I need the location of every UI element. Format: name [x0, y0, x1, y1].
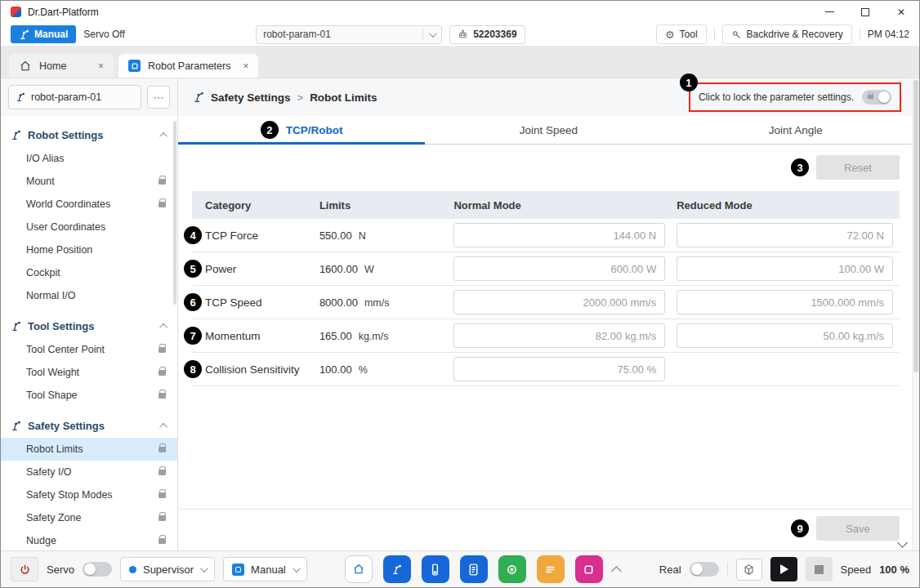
divider [727, 563, 728, 576]
tab-joint-angle[interactable]: Joint Angle [672, 116, 919, 144]
document-app-icon[interactable] [460, 555, 488, 583]
sidebar-scrollbar[interactable] [173, 121, 176, 305]
sidebar-item-nudge[interactable]: Nudge [1, 529, 177, 550]
manual-mode-icon [232, 564, 244, 576]
limit-value: 8000.00 [319, 296, 358, 309]
limit-unit: kg.m/s [359, 331, 389, 342]
close-tab-icon[interactable]: × [238, 60, 248, 72]
sidebar-item-i-o-alias[interactable]: I/O Alias [1, 147, 177, 170]
scrollbar-thumb[interactable] [913, 80, 918, 372]
robot-param-select[interactable]: robot-param-01 [256, 25, 442, 44]
save-button[interactable]: Save [816, 516, 900, 541]
content-area: Safety Settings > Robot Limits 1 Click t… [178, 78, 919, 550]
sidebar-header: robot-param-01 ⋯ [1, 78, 177, 116]
sidebar-item-label: Tool Center Point [26, 344, 105, 355]
category-cell: 4TCP Force [192, 229, 319, 242]
sidebar-item-safety-i-o[interactable]: Safety I/O [1, 461, 177, 483]
footer-bar: Servo Supervisor Manual Real Speed 100 % [1, 550, 919, 587]
manual-mode-button[interactable]: Manual [11, 25, 76, 43]
annotation-badge-7: 7 [184, 327, 202, 345]
sidebar-param-name: robot-param-01 [31, 91, 101, 103]
tab-joint-speed[interactable]: Joint Speed [425, 116, 672, 144]
sidebar-item-normal-i-o[interactable]: Normal I/O [1, 284, 177, 307]
sidebar-item-user-coordinates[interactable]: User Coordinates [1, 216, 177, 238]
normal-mode-input[interactable]: 75.00 % [453, 357, 665, 381]
reduced-mode-input[interactable]: 100.00 W [677, 256, 893, 281]
breadcrumb-parent[interactable]: Safety Settings [211, 91, 291, 104]
green-circle-app-icon[interactable] [498, 555, 526, 583]
sidebar-item-label: World Coordinates [26, 198, 110, 210]
sidebar-item-label: Tool Weight [26, 367, 79, 378]
tab-tcp-robot[interactable]: 2TCP/Robot [178, 116, 425, 144]
more-options-button[interactable]: ⋯ [147, 86, 170, 109]
tab-robot-parameters[interactable]: Robot Parameters× [118, 54, 258, 78]
speed-value[interactable]: 100 % [879, 564, 909, 576]
save-row: 9 Save [178, 509, 919, 550]
tab-home[interactable]: Home× [9, 54, 114, 78]
teach-pendant-app-icon[interactable] [422, 555, 449, 583]
minimize-button[interactable] [811, 1, 847, 23]
lock-icon [159, 393, 166, 399]
robot-serial-box[interactable]: 52203369 [449, 25, 525, 44]
3d-view-button[interactable] [736, 559, 762, 581]
stop-button[interactable] [806, 557, 833, 581]
normal-mode-input[interactable]: 2000.000 mm/s [453, 290, 665, 314]
collapse-dock-icon[interactable] [611, 566, 622, 577]
tool-button[interactable]: ⚙ Tool [656, 24, 707, 44]
reduced-mode-cell: 1500.000 mm/s [677, 290, 900, 314]
operation-mode-select[interactable]: Manual [223, 557, 307, 581]
orange-lines-app-icon[interactable] [537, 555, 565, 583]
servo-toggle[interactable] [83, 562, 112, 577]
robot-arm-app-icon[interactable] [383, 555, 411, 583]
magenta-shape-app-icon[interactable] [575, 555, 603, 583]
normal-mode-input[interactable]: 82.00 kg.m/s [453, 323, 665, 348]
sidebar-item-safety-zone[interactable]: Safety Zone [1, 506, 177, 529]
reset-button[interactable]: Reset [816, 155, 900, 180]
sidebar-item-robot-limits[interactable]: Robot Limits [1, 438, 177, 461]
annotation-badge-9: 9 [791, 519, 809, 537]
reduced-mode-input[interactable]: 50.00 kg.m/s [677, 323, 893, 348]
parameter-lock-control: 1 Click to lock the parameter settings. [689, 82, 901, 112]
home-hub-app-icon[interactable] [345, 555, 373, 583]
normal-mode-input[interactable]: 600.00 W [453, 256, 665, 281]
robot-arm-icon [11, 321, 21, 332]
backdrive-recovery-button[interactable]: Backdrive & Recovery [722, 24, 852, 44]
sidebar-item-tool-center-point[interactable]: Tool Center Point [1, 338, 177, 361]
robot-param-select-value: robot-param-01 [263, 29, 331, 40]
sidebar-section-tool-settings[interactable]: Tool Settings [1, 314, 177, 338]
sidebar-item-safety-stop-modes[interactable]: Safety Stop Modes [1, 483, 177, 506]
sidebar-param-box[interactable]: robot-param-01 [8, 85, 141, 109]
sidebar-item-cockpit[interactable]: Cockpit [1, 261, 177, 284]
normal-mode-input[interactable]: 144.00 N [453, 223, 665, 247]
chevron-down-icon [293, 564, 301, 572]
sidebar-item-mount[interactable]: Mount [1, 170, 177, 193]
parameter-lock-toggle[interactable] [862, 90, 891, 105]
chevron-up-icon [159, 323, 167, 331]
servo-power-button[interactable] [11, 557, 38, 581]
reduced-mode-input[interactable]: 1500.000 mm/s [677, 290, 893, 314]
sidebar-section-safety-settings[interactable]: Safety Settings [1, 413, 177, 438]
sidebar-item-world-coordinates[interactable]: World Coordinates [1, 193, 177, 216]
real-toggle[interactable] [690, 562, 719, 577]
limit-unit: W [364, 264, 374, 275]
sidebar-section-robot-settings[interactable]: Robot Settings [1, 122, 177, 147]
reduced-mode-cell: 100.00 W [677, 256, 900, 281]
content-scrollbar[interactable] [912, 78, 919, 550]
sidebar-item-home-position[interactable]: Home Position [1, 238, 177, 261]
reduced-mode-input[interactable]: 72.00 N [677, 223, 893, 247]
maximize-button[interactable] [847, 1, 883, 23]
limit-unit: mm/s [364, 297, 390, 309]
annotation-badge-5: 5 [184, 260, 202, 278]
category-cell: 5Power [192, 263, 319, 275]
table-row-power: 5Power1600.00W600.00 W100.00 W [192, 252, 900, 286]
reduced-mode-cell: 50.00 kg.m/s [677, 323, 900, 348]
sidebar-item-tool-shape[interactable]: Tool Shape [1, 384, 177, 407]
sidebar-item-label: Home Position [26, 244, 92, 256]
close-tab-icon[interactable]: × [93, 60, 104, 72]
play-button[interactable] [770, 557, 797, 581]
role-select[interactable]: Supervisor [120, 557, 215, 581]
sidebar-section-label: Safety Settings [28, 420, 105, 432]
close-button[interactable]: ✕ [883, 1, 919, 23]
normal-mode-cell: 82.00 kg.m/s [453, 323, 677, 348]
sidebar-item-tool-weight[interactable]: Tool Weight [1, 361, 177, 384]
